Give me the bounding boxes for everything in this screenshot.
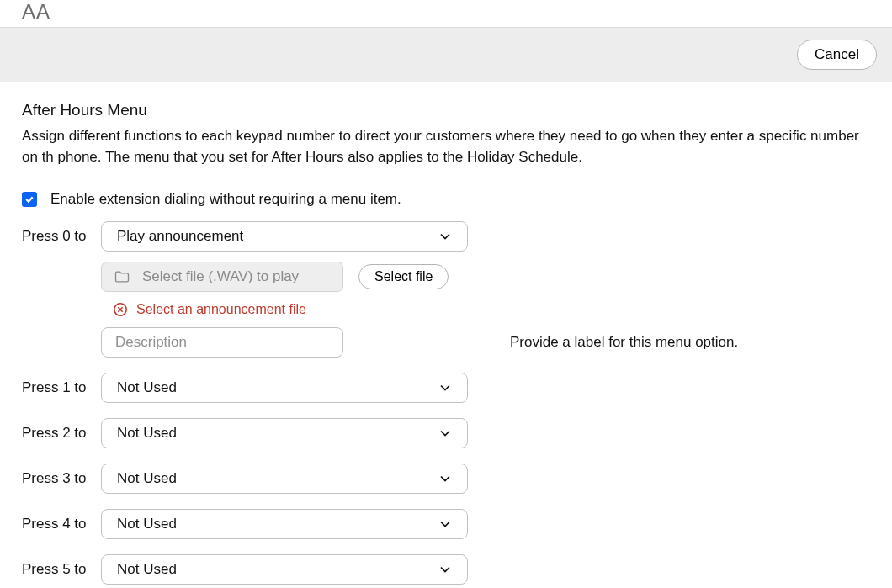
press-2-action-value: Not Used <box>117 425 177 442</box>
enable-extension-dialing-label: Enable extension dialing without requiri… <box>50 191 401 208</box>
press-0-action-value: Play announcement <box>117 228 243 245</box>
cancel-button[interactable]: Cancel <box>797 40 877 70</box>
press-2-label: Press 2 to <box>22 425 93 442</box>
press-1-label: Press 1 to <box>22 379 93 396</box>
press-0-controls: Play announcement Select file (.WAV) to … <box>101 221 738 358</box>
press-5-row: Press 5 to Not Used <box>22 554 870 585</box>
select-file-button[interactable]: Select file <box>358 264 449 289</box>
press-5-action-select[interactable]: Not Used <box>101 554 468 585</box>
chevron-down-icon <box>438 230 452 243</box>
chevron-down-icon <box>438 472 452 485</box>
menu-rows: Press 0 to Play announcement Select file… <box>22 221 870 588</box>
press-0-file-line: Select file (.WAV) to play Select file <box>101 262 738 292</box>
check-icon <box>24 194 35 204</box>
press-4-label: Press 4 to <box>22 516 93 532</box>
folder-icon <box>114 268 130 285</box>
press-3-label: Press 3 to <box>22 470 93 487</box>
chevron-down-icon <box>438 517 452 531</box>
press-0-error: Select an announcement file <box>101 302 738 317</box>
chevron-down-icon <box>438 426 452 440</box>
section-heading: After Hours Menu <box>22 101 870 119</box>
press-4-row: Press 4 to Not Used <box>22 509 870 539</box>
page-title: AA <box>0 0 892 27</box>
press-0-row: Press 0 to Play announcement Select file… <box>22 221 870 358</box>
press-0-file-placeholder: Select file (.WAV) to play <box>142 268 299 285</box>
press-3-action-select[interactable]: Not Used <box>101 464 468 494</box>
press-0-description-line: Provide a label for this menu option. <box>101 327 738 358</box>
chevron-down-icon <box>438 381 452 395</box>
press-0-action-select[interactable]: Play announcement <box>101 221 468 252</box>
press-2-row: Press 2 to Not Used <box>22 418 870 448</box>
press-3-row: Press 3 to Not Used <box>22 464 870 494</box>
press-5-label: Press 5 to <box>22 561 93 578</box>
press-1-action-value: Not Used <box>117 379 177 396</box>
press-5-action-value: Not Used <box>117 561 177 578</box>
press-0-description-input[interactable] <box>101 327 343 358</box>
press-0-side-hint: Provide a label for this menu option. <box>510 334 738 351</box>
content-area: After Hours Menu Assign different functi… <box>0 82 892 588</box>
section-description: Assign different functions to each keypa… <box>22 126 870 167</box>
enable-extension-dialing-row: Enable extension dialing without requiri… <box>22 191 870 208</box>
toolbar: Cancel <box>0 27 892 82</box>
press-2-action-select[interactable]: Not Used <box>101 418 468 448</box>
press-0-label: Press 0 to <box>22 221 93 245</box>
chevron-down-icon <box>438 563 452 576</box>
press-0-error-text: Select an announcement file <box>136 302 306 317</box>
enable-extension-dialing-checkbox[interactable] <box>22 192 37 207</box>
press-3-action-value: Not Used <box>117 470 177 487</box>
press-1-row: Press 1 to Not Used <box>22 373 870 403</box>
press-1-action-select[interactable]: Not Used <box>101 373 468 403</box>
press-4-action-select[interactable]: Not Used <box>101 509 468 539</box>
error-icon <box>113 302 128 317</box>
press-0-file-field[interactable]: Select file (.WAV) to play <box>101 262 343 292</box>
press-4-action-value: Not Used <box>117 516 177 532</box>
